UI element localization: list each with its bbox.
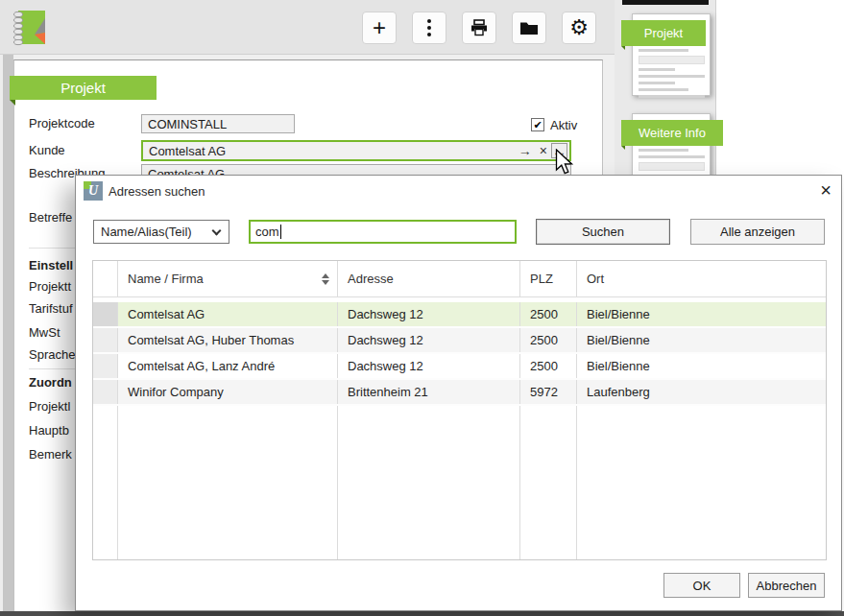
thumbnail-preview bbox=[639, 49, 705, 98]
table-row[interactable]: Winifor Company Brittenheim 21 5972 Lauf… bbox=[93, 380, 826, 406]
app-logo-icon bbox=[12, 10, 47, 46]
mwst-label: MwSt bbox=[29, 325, 60, 340]
tarifstufe-label: Tarifstuf bbox=[29, 301, 73, 316]
dialog-title: Adressen suchen bbox=[109, 184, 205, 199]
column-header-ort[interactable]: Ort bbox=[577, 261, 826, 296]
einstellungen-heading: Einstell bbox=[29, 258, 73, 272]
project-tab-banner: Projekt bbox=[10, 76, 157, 100]
chevron-down-icon bbox=[212, 226, 222, 236]
thumbnail-projekt-label[interactable]: Projekt bbox=[621, 20, 706, 46]
abbrechen-button[interactable]: Abbrechen bbox=[748, 573, 825, 598]
window-bottom-edge bbox=[0, 611, 844, 616]
ribbon-fold bbox=[621, 46, 625, 50]
projektcode-field[interactable]: COMINSTALL bbox=[141, 114, 295, 133]
aktiv-checkbox[interactable]: ✔ bbox=[531, 118, 544, 131]
aktiv-label: Aktiv bbox=[550, 118, 577, 132]
table-empty-area bbox=[93, 406, 826, 559]
search-input[interactable]: com bbox=[249, 220, 517, 244]
kunde-field[interactable]: Comtelsat AG → × … bbox=[141, 140, 571, 161]
alle-anzeigen-button[interactable]: Alle anzeigen bbox=[690, 219, 825, 245]
close-icon[interactable]: × bbox=[813, 178, 838, 202]
goto-arrow-icon[interactable]: → bbox=[518, 144, 532, 157]
betreff-label: Betreffe bbox=[29, 210, 72, 225]
zuordnung-heading: Zuordn bbox=[29, 375, 72, 390]
suchen-button[interactable]: Suchen bbox=[536, 219, 670, 245]
table-row[interactable]: Comtelsat AG Dachsweg 12 2500 Biel/Bienn… bbox=[93, 302, 826, 328]
print-button[interactable] bbox=[462, 12, 496, 44]
adressen-suchen-dialog: U Adressen suchen × Name/Alias(Teil) com… bbox=[75, 175, 842, 611]
bemerkung-label: Bemerk bbox=[29, 447, 72, 462]
column-header-adresse[interactable]: Adresse bbox=[338, 261, 520, 296]
dialog-app-icon: U bbox=[84, 181, 103, 201]
row-selector[interactable] bbox=[93, 302, 118, 326]
kebab-icon bbox=[427, 19, 431, 36]
folder-icon bbox=[519, 20, 539, 36]
table-header-row: Name / Firma Adresse PLZ Ort bbox=[93, 261, 826, 297]
projektleiter-label: Projektl bbox=[29, 399, 70, 414]
column-header-name[interactable]: Name / Firma bbox=[118, 261, 338, 296]
text-caret bbox=[280, 225, 281, 239]
open-folder-button[interactable] bbox=[512, 12, 546, 44]
thumbnail-weitere-info-label[interactable]: Weitere Info bbox=[621, 120, 723, 146]
row-selector[interactable] bbox=[93, 354, 118, 378]
mouse-cursor bbox=[555, 149, 576, 178]
clear-icon[interactable]: × bbox=[540, 144, 547, 157]
row-selector[interactable] bbox=[93, 380, 118, 404]
row-selector[interactable] bbox=[93, 328, 118, 352]
table-row[interactable]: Comtelsat AG, Huber Thomas Dachsweg 12 2… bbox=[93, 328, 826, 354]
ribbon-fold bbox=[621, 146, 625, 150]
column-header-plz[interactable]: PLZ bbox=[520, 261, 577, 296]
settings-button[interactable]: ⚙ bbox=[562, 12, 596, 44]
more-menu-button[interactable] bbox=[412, 12, 446, 44]
add-button[interactable]: + bbox=[362, 12, 397, 44]
projekttyp-label: Projektt bbox=[29, 279, 71, 294]
banner-fold bbox=[10, 100, 15, 106]
kunde-label: Kunde bbox=[29, 143, 65, 157]
sprache-label: Sprache bbox=[29, 347, 75, 362]
thumbnail-preview bbox=[639, 149, 705, 178]
window-top-edge bbox=[622, 0, 709, 5]
filter-dropdown[interactable]: Name/Alias(Teil) bbox=[93, 220, 229, 244]
sort-icon[interactable] bbox=[322, 273, 329, 285]
ok-button[interactable]: OK bbox=[663, 573, 740, 598]
projektcode-label: Projektcode bbox=[29, 116, 95, 130]
app-window: COMINSTALL + ⚙ Projekt Projektcode COMIN… bbox=[0, 0, 844, 616]
printer-icon bbox=[470, 19, 489, 36]
hauptbetreff-label: Hauptb bbox=[29, 423, 69, 438]
checkmark-icon: ✔ bbox=[533, 120, 542, 130]
window-left-edge bbox=[0, 55, 13, 611]
row-selector-header bbox=[93, 261, 118, 296]
table-row[interactable]: Comtelsat AG, Lanz André Dachsweg 12 250… bbox=[93, 354, 826, 380]
address-results-table: Name / Firma Adresse PLZ Ort Comtelsat A… bbox=[92, 260, 827, 560]
